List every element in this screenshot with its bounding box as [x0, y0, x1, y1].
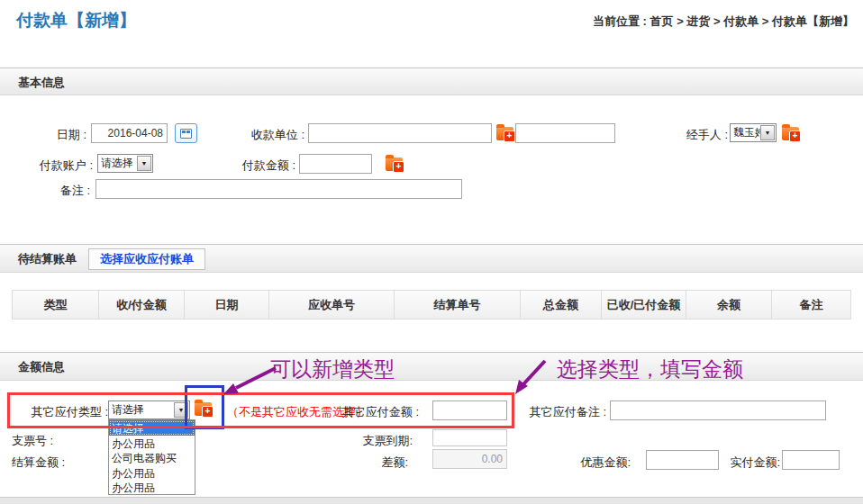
other-amount-input[interactable]	[432, 400, 507, 420]
discount-input[interactable]	[646, 450, 719, 470]
calendar-button[interactable]	[175, 123, 197, 143]
remark-input[interactable]	[95, 179, 462, 199]
dropdown-option[interactable]: 办公用品	[109, 465, 195, 481]
add-pay-amount-icon[interactable]	[386, 158, 403, 171]
account-label: 付款账户 :	[32, 158, 93, 174]
add-handler-icon[interactable]	[782, 127, 799, 140]
dropdown-option[interactable]: 公司电器购买	[109, 450, 195, 465]
section-basic-info-label: 基本信息	[18, 75, 65, 91]
section-amount-info-label: 金额信息	[18, 359, 65, 375]
add-payee-icon[interactable]	[496, 127, 513, 140]
cheque-due-label: 支票到期:	[359, 433, 413, 449]
table-header-total: 总金额	[521, 290, 602, 320]
account-select[interactable]: 请选择 ▼	[97, 154, 153, 173]
table-header-amount: 收/付金额	[99, 290, 185, 320]
discount-label: 优惠金额:	[568, 454, 631, 471]
table-header-balance: 余额	[686, 290, 772, 320]
other-type-select-value: 请选择	[109, 402, 174, 418]
chevron-down-icon[interactable]: ▼	[137, 156, 151, 171]
handler-select-value: 魏玉婷	[731, 125, 760, 140]
calendar-icon	[180, 129, 192, 139]
table-header-type: 类型	[12, 290, 99, 320]
table-header-remark: 备注	[772, 290, 851, 320]
table-header-date: 日期	[185, 290, 269, 320]
payee-extra-input[interactable]	[515, 123, 615, 143]
table-header-paid: 已收/已付金额	[602, 290, 686, 320]
section-pending-bills-label: 待结算账单	[18, 251, 77, 267]
dropdown-option[interactable]: 办公用品	[109, 480, 195, 495]
add-other-type-icon[interactable]	[195, 402, 212, 416]
handler-label: 经手人 :	[681, 127, 728, 143]
remark-label: 备注 :	[40, 183, 90, 199]
other-remark-label: 其它应付备注 :	[525, 404, 606, 420]
payee-label: 收款单位 :	[243, 127, 304, 143]
chevron-down-icon[interactable]: ▼	[760, 125, 775, 140]
section-amount-info: 金额信息	[0, 352, 863, 381]
other-type-label: 其它应付类型 :	[18, 404, 108, 420]
other-type-dropdown-list: 请选择 办公用品 公司电器购买 办公用品 办公用品	[108, 419, 195, 495]
other-amount-label: 其它应付金额 :	[338, 404, 419, 420]
handler-select[interactable]: 魏玉婷 ▼	[730, 123, 777, 142]
table-header-settle-no: 结算单号	[395, 290, 521, 320]
settle-amount-label: 结算金额 :	[12, 454, 65, 471]
date-input[interactable]	[91, 123, 168, 143]
pay-amount-input[interactable]	[299, 154, 372, 174]
footer-strip	[0, 497, 863, 504]
other-type-select[interactable]: 请选择 ▼	[108, 400, 190, 419]
actual-amount-input[interactable]	[782, 450, 840, 470]
pending-bills-table: 类型 收/付金额 日期 应收单号 结算单号 总金额 已收/已付金额 余额 备注	[12, 290, 851, 320]
dropdown-option[interactable]: 办公用品	[109, 436, 195, 451]
account-select-value: 请选择	[98, 156, 137, 171]
payee-input[interactable]	[308, 123, 492, 143]
section-basic-info: 基本信息	[0, 68, 863, 95]
section-pending-bills: 待结算账单 选择应收应付账单	[0, 244, 863, 273]
dropdown-option-selected[interactable]: 请选择	[109, 420, 195, 436]
other-remark-input[interactable]	[610, 400, 826, 420]
page-title: 付款单【新增】	[16, 9, 136, 32]
diff-input	[432, 449, 507, 469]
breadcrumb: 当前位置 : 首页 > 进货 > 付款单 > 付款单【新增】	[593, 14, 854, 30]
cheque-no-label: 支票号 :	[12, 433, 53, 449]
table-header-receivable-no: 应收单号	[269, 290, 395, 320]
diff-label: 差额:	[359, 454, 408, 471]
date-label: 日期 :	[36, 127, 86, 143]
payment-order-page: 付款单【新增】 当前位置 : 首页 > 进货 > 付款单 > 付款单【新增】 基…	[0, 0, 863, 504]
chevron-down-icon[interactable]: ▼	[174, 402, 188, 418]
select-bills-button[interactable]: 选择应收应付账单	[88, 248, 205, 270]
cheque-due-input[interactable]	[432, 429, 507, 446]
actual-amount-label: 实付金额:	[717, 454, 780, 471]
pay-amount-label: 付款金额 :	[234, 158, 295, 174]
